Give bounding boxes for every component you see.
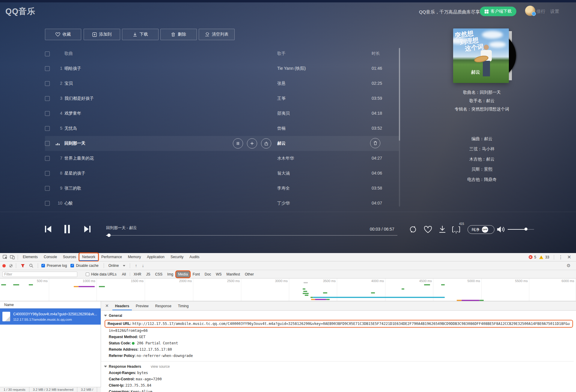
network-settings-gear-icon[interactable]: ⚙ [564, 263, 574, 268]
tab-console[interactable]: Console [41, 253, 60, 261]
table-scrollbar-thumb[interactable] [399, 48, 400, 141]
favorite-button[interactable]: 收藏 [45, 29, 81, 40]
hide-data-urls-checkbox[interactable] [86, 273, 89, 276]
warning-badge-icon[interactable] [539, 255, 543, 259]
filter-pill[interactable]: Font [191, 271, 202, 277]
row-trash [370, 138, 380, 148]
share-row-button[interactable] [261, 138, 271, 149]
volume-knob[interactable] [524, 228, 527, 231]
next-button[interactable] [83, 225, 91, 233]
nav-user-link[interactable]: 倍行 [536, 9, 545, 14]
tab-memory[interactable]: Memory [125, 253, 144, 261]
avatar[interactable] [525, 6, 535, 16]
close-details-icon[interactable]: ✕ [103, 303, 111, 308]
progress-track[interactable] [106, 235, 397, 236]
add-row-button[interactable] [247, 138, 257, 149]
tab-performance[interactable]: Performance [99, 253, 125, 261]
filter-pill[interactable]: WS [214, 271, 223, 277]
tab-security[interactable]: Security [168, 253, 186, 261]
row-checkbox[interactable] [45, 171, 50, 176]
download-button[interactable]: 下载 [122, 29, 159, 40]
table-row[interactable]: 4 戏梦童年 邵夷贝 04:18 [45, 106, 399, 121]
filter-pill[interactable]: JS [144, 271, 152, 277]
import-har-icon[interactable]: ↑ [133, 263, 138, 268]
row-checkbox[interactable] [45, 201, 50, 206]
previous-button[interactable] [44, 225, 52, 233]
table-row[interactable]: 5 无忧岛 曾楠 03:52 [45, 121, 399, 136]
loop-mode-button[interactable] [409, 225, 417, 234]
tab-network[interactable]: Network [79, 253, 98, 261]
client-download-button[interactable]: 客户端下载 [480, 7, 516, 16]
tab-timing[interactable]: Timing [175, 302, 192, 310]
purity-toggle[interactable]: 纯净 OFF [468, 225, 494, 234]
row-checkbox[interactable] [45, 186, 50, 191]
table-row[interactable]: 2 宝贝 张悬 02:25 [45, 76, 399, 91]
add-to-button[interactable]: 添加到 [84, 29, 120, 40]
filter-pill[interactable]: Img [165, 271, 175, 277]
nav-settings-link[interactable]: 设置 [550, 9, 559, 14]
view-source-link[interactable]: view source [151, 364, 170, 369]
disable-cache-checkbox[interactable] [70, 264, 74, 267]
row-checkbox[interactable] [45, 81, 50, 86]
progress-knob[interactable] [107, 234, 111, 237]
filter-funnel-icon[interactable] [19, 263, 26, 269]
table-row[interactable]: 10 心酸 丁少华 04:07 [45, 196, 399, 211]
player-separator [0, 212, 576, 212]
record-button[interactable] [2, 264, 6, 267]
request-row-selected[interactable]: C400003YY96y3ouv4t.m4a?guid=3258126290&v… [0, 308, 101, 325]
throttling-select[interactable]: Online [107, 264, 127, 268]
export-har-icon[interactable]: ↓ [140, 263, 145, 268]
row-checkbox[interactable] [45, 141, 50, 146]
delete-button[interactable]: 删除 [160, 29, 197, 40]
filter-pill[interactable]: Doc [203, 271, 213, 277]
row-checkbox[interactable] [45, 66, 50, 71]
table-row[interactable]: 7 世界上最美的花 水木年华 04:27 [45, 151, 399, 166]
select-all-checkbox[interactable] [45, 52, 50, 56]
clear-list-button[interactable]: 清空列表 [199, 29, 235, 40]
volume-button[interactable] [496, 225, 505, 233]
row-checkbox[interactable] [45, 126, 50, 131]
row-checkbox[interactable] [45, 96, 50, 101]
tab-elements[interactable]: Elements [20, 253, 40, 261]
tab-preview[interactable]: Preview [133, 302, 151, 310]
inspect-element-icon[interactable] [2, 254, 8, 260]
download-track-button[interactable] [438, 225, 446, 233]
table-row[interactable]: 回到那一天 郝云 [45, 136, 399, 151]
preserve-log-checkbox[interactable] [41, 264, 45, 267]
filter-pill[interactable]: All [120, 271, 128, 277]
row-checkbox[interactable] [45, 111, 50, 116]
filter-input[interactable] [2, 272, 77, 277]
table-row[interactable]: 9 张三的歌 李寿全 03:58 [45, 181, 399, 196]
trash-icon [373, 141, 377, 145]
request-list-header[interactable]: Name [0, 301, 101, 308]
devtools-menu-icon[interactable]: ⋮ [556, 255, 566, 260]
like-button[interactable] [424, 225, 432, 233]
response-headers-section-header[interactable]: Response Headers view source [104, 363, 574, 370]
table-row[interactable]: 3 我们都是好孩子 王筝 03:59 [45, 91, 399, 106]
table-row[interactable]: 1 唱给孩子 Tie Yann (铁阳) 01:46 [45, 61, 399, 76]
devtools-close-icon[interactable]: ✕ [566, 254, 574, 260]
filter-pill[interactable]: Other [243, 271, 256, 277]
error-badge-icon[interactable]: ✕ [529, 255, 533, 259]
tab-headers[interactable]: Headers [112, 302, 132, 310]
device-toolbar-icon[interactable] [9, 254, 16, 260]
tab-audits[interactable]: Audits [187, 253, 202, 261]
delete-row-button[interactable] [370, 138, 380, 148]
song-artist: 曾楠 [277, 126, 286, 131]
tab-application[interactable]: Application [144, 253, 167, 261]
tab-sources[interactable]: Sources [60, 253, 79, 261]
search-icon[interactable] [28, 263, 34, 269]
lyrics-button[interactable] [452, 226, 461, 234]
table-row[interactable]: 8 星星的孩子 翁大涵 04:06 [45, 166, 399, 181]
filter-pill[interactable]: Media [176, 271, 190, 277]
general-section-header[interactable]: General [104, 312, 574, 319]
pause-row-button[interactable] [233, 138, 243, 149]
network-overview[interactable]: 500 ms 1000 ms 1500 ms 2000 ms [0, 279, 576, 301]
clear-button[interactable] [9, 264, 13, 267]
filter-pill[interactable]: CSS [153, 271, 164, 277]
pause-button[interactable] [64, 224, 71, 234]
tab-response[interactable]: Response [153, 302, 174, 310]
filter-pill[interactable]: XHR [132, 271, 143, 277]
row-checkbox[interactable] [45, 156, 50, 161]
filter-pill[interactable]: Manifest [225, 271, 242, 277]
